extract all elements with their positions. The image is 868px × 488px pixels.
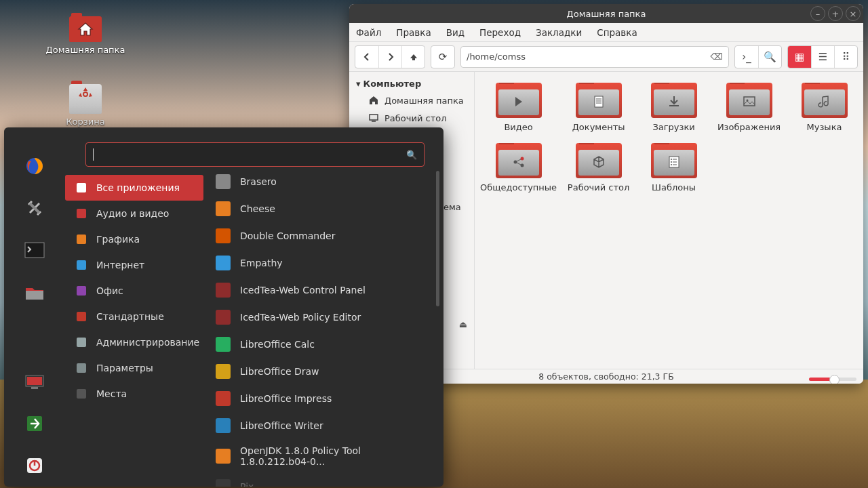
- path-text: /home/comss: [467, 52, 526, 62]
- desktop-icon-home[interactable]: Домашняя папка: [38, 16, 133, 55]
- clipped-text: ема: [443, 202, 461, 212]
- folder-item[interactable]: Изображения: [713, 80, 785, 135]
- svg-rect-37: [77, 389, 86, 399]
- category-item[interactable]: Офис: [65, 278, 203, 304]
- toolbar: ⟳ /home/comss ⌫ ›_ 🔍 ▦ ☰ ⠿: [349, 42, 863, 72]
- scrollbar[interactable]: [436, 171, 439, 306]
- reload-button[interactable]: ⟳: [431, 46, 454, 68]
- svg-rect-36: [77, 363, 86, 373]
- category-item[interactable]: Интернет: [65, 252, 203, 278]
- svg-point-11: [520, 164, 524, 167]
- app-item[interactable]: OpenJDK 1.8.0 Policy Tool 1.8.0.212.b04-…: [213, 439, 443, 473]
- category-item[interactable]: Параметры: [65, 355, 203, 381]
- svg-rect-32: [77, 260, 86, 270]
- svg-rect-20: [25, 243, 44, 258]
- menu-item[interactable]: Правка: [396, 27, 431, 38]
- clear-path-icon[interactable]: ⌫: [711, 52, 723, 62]
- app-item[interactable]: IcedTea-Web Control Panel: [213, 277, 443, 304]
- back-button[interactable]: [355, 46, 378, 68]
- launcher-dock: [4, 127, 65, 487]
- file-pane[interactable]: ВидеоДокументыЗагрузкиИзображенияМузыкаО…: [475, 72, 863, 369]
- terminal-icon[interactable]: [23, 239, 46, 262]
- category-list: Все приложенияАудио и видеоГрафикаИнтерн…: [65, 127, 213, 487]
- svg-rect-7: [744, 97, 755, 106]
- shutdown-icon[interactable]: [23, 454, 46, 477]
- search-input[interactable]: [85, 142, 425, 167]
- sidebar-item[interactable]: Рабочий стол: [352, 109, 471, 127]
- category-item[interactable]: Все приложения: [65, 175, 203, 201]
- svg-rect-21: [26, 291, 43, 300]
- folder-item[interactable]: Музыка: [788, 80, 861, 135]
- svg-point-15: [671, 164, 672, 165]
- sidebar-header[interactable]: ▾ Компьютер: [352, 76, 471, 92]
- folder-item[interactable]: Общедоступные: [477, 140, 559, 195]
- app-item[interactable]: Double Commander: [213, 222, 443, 249]
- category-item[interactable]: Администрирование: [65, 329, 203, 355]
- desktop-icon-trash[interactable]: Корзина: [38, 84, 133, 127]
- home-icon: [77, 22, 94, 37]
- firefox-icon[interactable]: [23, 155, 46, 178]
- menu-item[interactable]: Справка: [597, 27, 637, 38]
- svg-point-13: [671, 159, 672, 160]
- view-list-button[interactable]: ☰: [811, 46, 834, 68]
- application-menu: Все приложенияАудио и видеоГрафикаИнтерн…: [4, 127, 443, 487]
- zoom-slider[interactable]: [809, 378, 856, 381]
- app-item[interactable]: LibreOffice Impress: [213, 385, 443, 412]
- terminal-button[interactable]: ›_: [735, 46, 758, 68]
- menubar: ФайлПравкаВидПереходЗакладкиСправка: [349, 23, 863, 42]
- eject-icon[interactable]: ⏏: [459, 319, 467, 329]
- app-item[interactable]: IcedTea-Web Policy Editor: [213, 304, 443, 331]
- window-title: Домашняя папка: [567, 9, 646, 19]
- search-button[interactable]: 🔍: [758, 46, 781, 68]
- app-item[interactable]: Pix: [213, 473, 443, 487]
- app-item[interactable]: LibreOffice Calc: [213, 331, 443, 358]
- category-item[interactable]: Графика: [65, 226, 203, 252]
- display-settings-icon[interactable]: [23, 370, 46, 393]
- app-item[interactable]: Empathy: [213, 249, 443, 277]
- svg-rect-30: [77, 209, 86, 218]
- svg-point-14: [671, 161, 672, 163]
- svg-rect-23: [27, 377, 42, 385]
- titlebar[interactable]: Домашняя папка – + ×: [349, 4, 863, 23]
- folder-item[interactable]: Шаблоны: [637, 140, 710, 195]
- maximize-button[interactable]: +: [828, 6, 843, 21]
- menu-item[interactable]: Закладки: [536, 27, 582, 38]
- menu-item[interactable]: Переход: [479, 27, 521, 38]
- svg-rect-1: [370, 115, 378, 120]
- app-item[interactable]: Cheese: [213, 195, 443, 222]
- folder-item[interactable]: Документы: [562, 80, 635, 135]
- menu-item[interactable]: Вид: [446, 27, 465, 38]
- up-button[interactable]: [401, 46, 425, 68]
- app-list: BraseroCheeseDouble CommanderEmpathyIced…: [213, 127, 443, 487]
- category-item[interactable]: Аудио и видео: [65, 201, 203, 226]
- svg-rect-3: [595, 96, 603, 107]
- desktop-icon-label: Корзина: [38, 117, 133, 127]
- chevron-down-icon: ▾: [356, 79, 361, 89]
- app-item[interactable]: LibreOffice Writer: [213, 412, 443, 439]
- app-item[interactable]: LibreOffice Draw: [213, 358, 443, 385]
- svg-rect-24: [31, 387, 38, 389]
- category-item[interactable]: Стандартные: [65, 304, 203, 329]
- category-item[interactable]: Места: [65, 381, 203, 407]
- folder-item[interactable]: Загрузки: [637, 80, 710, 135]
- view-icons-button[interactable]: ▦: [788, 46, 811, 68]
- desktop-icon-label: Домашняя папка: [38, 45, 133, 55]
- sidebar-item[interactable]: Домашняя папка: [352, 92, 471, 109]
- settings-icon[interactable]: [23, 197, 46, 220]
- svg-point-0: [83, 92, 87, 96]
- folder-item[interactable]: Рабочий стол: [562, 140, 635, 195]
- svg-point-10: [520, 157, 524, 161]
- svg-point-9: [513, 161, 517, 164]
- view-compact-button[interactable]: ⠿: [834, 46, 857, 68]
- close-button[interactable]: ×: [846, 6, 861, 21]
- minimize-button[interactable]: –: [810, 6, 825, 21]
- svg-rect-31: [77, 235, 86, 244]
- menu-item[interactable]: Файл: [356, 27, 381, 38]
- folder-item[interactable]: Видео: [477, 80, 559, 135]
- svg-rect-34: [77, 312, 86, 321]
- files-icon[interactable]: [23, 281, 46, 304]
- svg-rect-29: [77, 183, 86, 192]
- logout-icon[interactable]: [23, 412, 46, 435]
- path-bar[interactable]: /home/comss ⌫: [460, 46, 729, 68]
- forward-button[interactable]: [378, 46, 401, 68]
